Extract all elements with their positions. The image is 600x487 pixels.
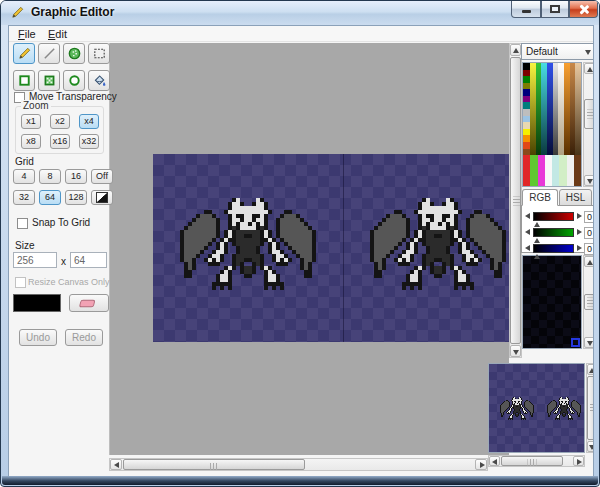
green-value[interactable]: 0 xyxy=(584,227,594,239)
green-slider[interactable] xyxy=(533,228,574,237)
title-bar[interactable]: Graphic Editor xyxy=(1,1,599,25)
palette-swatch[interactable] xyxy=(523,76,530,83)
palette-scroll-thumb[interactable] xyxy=(584,99,594,129)
palette-swatch[interactable] xyxy=(567,155,574,186)
maximize-button[interactable] xyxy=(541,1,569,18)
preview-vscroll-thumb[interactable] xyxy=(587,376,594,440)
red-increase-arrow[interactable] xyxy=(577,213,582,219)
main-horizontal-scrollbar[interactable] xyxy=(109,458,488,471)
size-width-field[interactable] xyxy=(13,252,57,268)
shade-scroll-up-button[interactable] xyxy=(584,256,594,267)
tool-button-pencil[interactable] xyxy=(13,43,35,64)
palette-swatch[interactable] xyxy=(523,129,530,136)
zoom-x32-button[interactable]: x32 xyxy=(79,134,99,149)
tab-hsl[interactable]: HSL xyxy=(559,189,592,206)
palette-swatch[interactable] xyxy=(538,155,545,186)
preview-vertical-scrollbar[interactable] xyxy=(586,363,594,453)
zoom-x1-button[interactable]: x1 xyxy=(21,114,41,129)
palette-scrollbar[interactable] xyxy=(583,62,594,187)
palette-swatch[interactable] xyxy=(523,116,530,123)
green-increase-arrow[interactable] xyxy=(577,229,582,235)
scroll-left-button[interactable] xyxy=(110,459,122,470)
grid-off-button[interactable]: Off xyxy=(91,169,113,184)
palette-swatch[interactable] xyxy=(523,142,530,149)
palette-swatch[interactable] xyxy=(523,70,530,77)
zoom-x4-button[interactable]: x4 xyxy=(79,114,99,129)
scroll-up-button[interactable] xyxy=(510,44,521,56)
palette-swatch[interactable] xyxy=(545,155,552,186)
palette-scroll-down-button[interactable] xyxy=(584,175,594,186)
vertical-scroll-thumb[interactable] xyxy=(510,57,521,344)
palette-preset-dropdown[interactable]: Default xyxy=(521,43,594,60)
redo-button[interactable]: Redo xyxy=(65,329,103,346)
palette-swatch[interactable] xyxy=(523,135,530,142)
preview-pane[interactable] xyxy=(488,363,585,453)
palette-swatch[interactable] xyxy=(523,109,530,116)
tab-rgb[interactable]: RGB xyxy=(522,189,558,206)
palette-swatch[interactable] xyxy=(523,83,530,90)
blue-decrease-arrow[interactable] xyxy=(525,245,530,251)
scroll-right-button[interactable] xyxy=(475,459,487,470)
palette-swatch[interactable] xyxy=(523,89,530,96)
minimize-button[interactable] xyxy=(511,1,541,18)
palette-swatch[interactable] xyxy=(523,96,530,103)
palette-swatch[interactable] xyxy=(523,63,530,70)
main-vertical-scrollbar[interactable] xyxy=(509,43,522,358)
red-slider[interactable] xyxy=(533,212,574,221)
tool-button-fill[interactable] xyxy=(88,70,110,91)
blue-slider-marker[interactable] xyxy=(534,254,540,259)
tool-button-line[interactable] xyxy=(38,43,60,64)
grid-128-button[interactable]: 128 xyxy=(65,190,87,205)
size-height-field[interactable] xyxy=(70,252,107,268)
eraser-button[interactable] xyxy=(69,294,109,312)
blue-increase-arrow[interactable] xyxy=(577,245,582,251)
close-button[interactable] xyxy=(569,1,598,18)
red-value[interactable]: 0 xyxy=(584,211,594,223)
tool-button-selection[interactable] xyxy=(88,43,110,64)
scroll-down-button[interactable] xyxy=(510,345,521,357)
menu-file[interactable]: File xyxy=(11,26,43,42)
grid-32-button[interactable]: 32 xyxy=(13,190,35,205)
grid-64-button[interactable]: 64 xyxy=(39,190,61,205)
preview-scroll-up-button[interactable] xyxy=(587,364,594,375)
preview-horizontal-scrollbar[interactable] xyxy=(488,455,585,467)
drawing-canvas[interactable] xyxy=(153,154,509,342)
tool-button-rect-pattern[interactable] xyxy=(38,70,60,91)
grid-16-button[interactable]: 16 xyxy=(65,169,87,184)
preview-scroll-left-button[interactable] xyxy=(489,456,500,466)
grid-8-button[interactable]: 8 xyxy=(39,169,61,184)
preview-scroll-right-button[interactable] xyxy=(573,456,584,466)
red-decrease-arrow[interactable] xyxy=(525,213,530,219)
menu-edit[interactable]: Edit xyxy=(41,26,74,42)
undo-button[interactable]: Undo xyxy=(19,329,57,346)
palette-swatch[interactable] xyxy=(523,155,530,186)
palette-scroll-up-button[interactable] xyxy=(584,63,594,74)
shade-scroll-down-button[interactable] xyxy=(584,337,594,348)
resize-canvas-only-checkbox[interactable] xyxy=(15,277,26,288)
palette-swatch[interactable] xyxy=(530,155,537,186)
zoom-x16-button[interactable]: x16 xyxy=(50,134,70,149)
zoom-x2-button[interactable]: x2 xyxy=(50,114,70,129)
snap-to-grid-checkbox[interactable] xyxy=(17,218,28,229)
grid-4-button[interactable]: 4 xyxy=(13,169,35,184)
shade-scroll-thumb[interactable] xyxy=(584,294,594,310)
preview-scroll-down-button[interactable] xyxy=(587,441,594,452)
palette-swatch[interactable] xyxy=(523,102,530,109)
palette-swatch[interactable] xyxy=(559,155,566,186)
palette-swatch[interactable] xyxy=(574,155,581,186)
palette-gradient-column[interactable] xyxy=(575,63,581,155)
horizontal-scroll-thumb[interactable] xyxy=(123,459,305,470)
blue-slider[interactable] xyxy=(533,244,574,253)
palette-swatch[interactable] xyxy=(552,155,559,186)
shade-scrollbar[interactable] xyxy=(583,255,594,349)
color-palette[interactable] xyxy=(522,62,582,187)
blue-value[interactable]: 0 xyxy=(584,243,594,255)
palette-swatch[interactable] xyxy=(523,122,530,129)
tool-button-rect-outline[interactable] xyxy=(13,70,35,91)
preview-hscroll-thumb[interactable] xyxy=(501,456,563,466)
grid-contrast-button[interactable] xyxy=(91,190,113,205)
shade-picker[interactable] xyxy=(522,255,582,349)
tool-button-ellipse-outline[interactable] xyxy=(63,70,85,91)
current-color-swatch[interactable] xyxy=(13,294,61,312)
tool-button-pattern-ellipse[interactable] xyxy=(63,43,85,64)
